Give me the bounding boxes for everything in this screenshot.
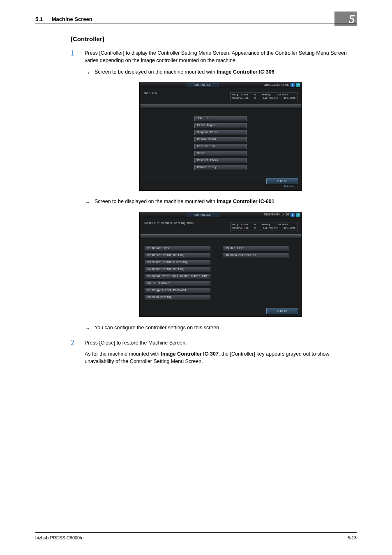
menu-reboot-fiery[interactable]: Reboot Fiery [194,165,247,170]
shot601-menu-col2: 09 Job List 10 Scan calibration [223,246,288,303]
section-number: 5.1 [35,16,43,22]
page-title: [Controller] [71,35,357,42]
arrow-icon: → [85,69,90,77]
orig-count-value: 0 [254,223,256,227]
reserve-job-label: Reserve Job [232,227,249,230]
close-button[interactable]: Close [266,178,298,184]
file-amount-value: 100.000% [284,227,295,230]
step1-arrow1-bold: Image Controller IC-306 [217,69,274,75]
menu-scan-calibration[interactable]: 10 Scan calibration [223,253,288,258]
shot306-timestamp: 2010/04/04 14:00 [264,84,289,87]
shot601-timestamp: 2010/04/04 14:00 [264,213,289,216]
step1-arrow2-bold: Image Controller IC-601 [217,199,274,204]
orig-count-value: 0 [254,93,256,97]
arrow-icon: → [85,325,90,333]
menu-job-list[interactable]: Job List [194,116,247,121]
info-icon[interactable]: i [291,83,295,87]
chapter-badge: 5 [334,12,357,26]
step1-arrow2-pre: Screen to be displayed on the machine mo… [95,199,217,204]
menu-calibration[interactable]: Calibration [194,144,247,149]
memory-value: 100.000% [276,223,288,227]
menu-suspend-print[interactable]: Suspend Print [194,130,247,135]
step1-arrow2: Screen to be displayed on the machine mo… [95,198,274,206]
shot601-menu-col1: 01 Report Type 02 Direct Print Setting 0… [145,246,210,303]
close-button[interactable]: Close [266,308,298,314]
menu-spool-hdd[interactable]: 05 Spool Print Jobs in HDD before RIP [145,274,210,279]
memory-value: 100.000% [276,93,288,97]
step1-arrow1: Screen to be displayed on the machine mo… [95,69,274,76]
menu-direct-print[interactable]: 02 Direct Print Setting [145,253,210,258]
menu-plugin-password[interactable]: 07 Plug-in Form Password [145,288,210,293]
orig-count-label: Orig. Count [232,223,249,227]
menu-print-pages[interactable]: Print Pages [194,123,247,128]
file-amount-value: 100.000% [284,97,295,100]
shot306-divider [141,104,301,109]
shot601-left-label: Controller Machine Setting Menu [144,222,194,231]
memory-label: Memory [262,223,271,227]
file-amount-label: File Amount [262,97,278,100]
section-title: Machine Screen [52,16,92,22]
chapter-number: 5 [349,12,355,26]
menu-restart-fiery[interactable]: Restart Fiery [194,158,247,163]
step1-arrow1-pre: Screen to be displayed on the machine mo… [95,69,217,75]
menu-driver-print[interactable]: 04 Driver Print Setting [145,267,210,272]
help-icon[interactable]: ? [296,83,300,87]
reserve-job-label: Reserve Job [232,97,249,100]
reserve-job-value: 0 [254,227,256,230]
step2-text2-pre: As for the machine mounted with [85,351,161,357]
help-icon[interactable]: ? [296,213,300,217]
step2-text2: As for the machine mounted with Image Co… [85,351,357,365]
memory-label: Memory [262,93,271,97]
orig-count-label: Orig. Count [232,93,249,97]
header-rule [35,23,357,23]
menu-job-list-601[interactable]: 09 Job List [223,246,288,251]
step1-arrow3: You can configure the controller setting… [95,324,221,332]
screenshot-ic306: CONTROLLER 2010/04/04 14:00 i ? Main men… [139,82,302,191]
page-footer: bizhub PRESS C8000/e 5-13 [35,532,357,540]
shot306-menu: Job List Print Pages Suspend Print Resum… [194,116,247,173]
footer-product: bizhub PRESS C8000/e [35,535,83,540]
arrow-icon: → [85,199,90,207]
step-number-1: 1 [71,49,74,58]
menu-resume-print[interactable]: Resume Print [194,137,247,142]
step2-text2-bold: Image Controller IC-307 [161,351,219,357]
shot306-left-label: Main menu [144,92,158,101]
menu-select-printer[interactable]: 03 Select Printer Setting [145,260,210,265]
rotation-badge: ↕ Rotation [266,185,298,188]
menu-setup[interactable]: Setup [194,151,247,156]
reserve-job-value: 0 [254,97,256,100]
shot601-status: Orig. Count 0 Memory 100.000% Reserve Jo… [230,222,297,231]
menu-scan-setting[interactable]: 08 Scan Setting [145,295,210,300]
footer-page-number: 5-13 [348,535,357,540]
menu-if-timeout[interactable]: 06 I/F Timeout [145,281,210,286]
rotation-label: Rotation [284,185,295,188]
shot306-tab: CONTROLLER [186,83,219,87]
shot601-tab: CONTROLLER [186,213,219,217]
step2-text1: Press [Close] to restore the Machine Scr… [85,340,357,347]
step1-text: Press [Controller] to display the Contro… [85,50,357,65]
step-number-2: 2 [71,339,74,347]
menu-report-type[interactable]: 01 Report Type [145,246,210,251]
file-amount-label: File Amount [262,227,278,230]
shot601-divider [141,234,301,238]
shot306-status: Orig. Count 0 Memory 100.000% Reserve Jo… [230,92,297,101]
screenshot-ic601: CONTROLLER 2010/04/04 14:00 i ? Controll… [139,212,302,317]
info-icon[interactable]: i [291,213,295,217]
